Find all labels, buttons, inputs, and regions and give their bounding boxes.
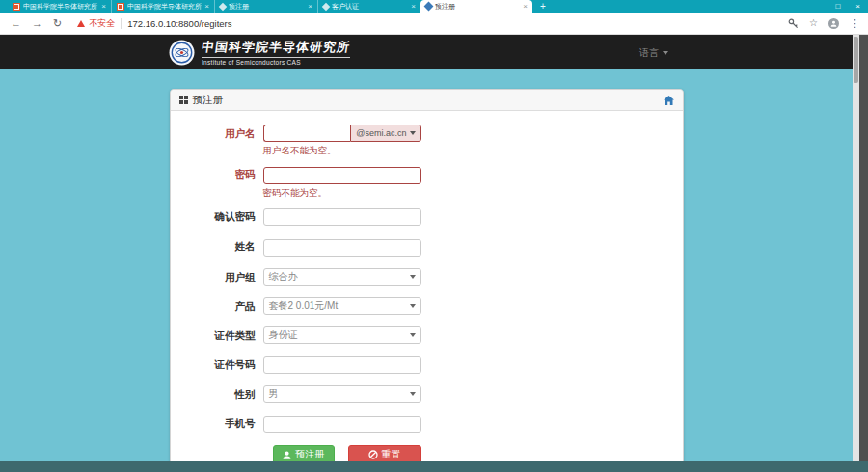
id-number-label: 证件号码 [178,355,263,375]
window-right-edge [859,35,868,461]
tab-title: 中国科学院半导体研究所 入网注 [127,2,202,12]
form-row-id-number: 证件号码 [178,355,683,375]
bottom-strip [0,461,868,472]
back-icon[interactable]: ← [11,18,21,29]
grid-icon [179,96,188,104]
site-title: 中国科学院半导体研究所 [201,39,352,56]
reset-button[interactable]: 重置 [348,445,421,462]
close-window-button[interactable]: × [855,2,860,11]
password-input[interactable] [263,167,421,184]
form-row-product: 产品 套餐2 0.01元/Mt [178,297,683,315]
browser-tab-bar: 中国科学院半导体研究所 入网注 × 中国科学院半导体研究所 入网注 × 预注册 … [0,0,868,13]
tab-title: 客户认证 [332,2,408,12]
scrollbar-thumb[interactable] [854,37,858,83]
user-group-value: 综合办 [269,270,298,284]
password-error: 密码不能为空。 [263,187,421,200]
reset-button-label: 重置 [382,448,401,461]
browser-address-bar: ← → ↻ 不安全 172.16.0.10:8800/regiters ☆ ⋮ [0,13,868,35]
security-warning-label: 不安全 [89,17,115,30]
id-type-value: 身份证 [269,328,298,342]
page-favicon [424,2,434,12]
url-text[interactable]: 172.16.0.10:8800/regiters [127,18,231,29]
tab-close-icon[interactable]: × [204,0,209,13]
institute-favicon [13,3,20,11]
user-group-label: 用户组 [178,268,263,286]
form-buttons: 预注册 重置 [273,445,683,462]
form-row-id-type: 证件类型 身份证 [178,326,683,344]
confirm-password-input[interactable] [263,208,421,226]
reload-icon[interactable]: ↻ [53,18,62,29]
tab-close-icon[interactable]: × [523,0,528,13]
product-value: 套餐2 0.01元/Mt [269,299,339,313]
institute-logo [169,40,195,66]
form-row-phone: 手机号 [178,414,683,433]
preregister-button[interactable]: 预注册 [273,445,335,462]
window-controls: □ × [835,0,860,13]
form-row-username: 用户名 @semi.ac.cn 用户名不能为空。 [178,125,683,157]
gender-value: 男 [269,387,279,401]
id-type-label: 证件类型 [178,326,263,344]
tab-title: 预注册 [229,2,305,12]
tab-preregister-active[interactable]: 预注册 × [420,0,532,13]
tab-customer-auth[interactable]: 客户认证 × [317,0,420,13]
browser-menu-icon[interactable]: ⋮ [850,18,860,29]
chevron-down-icon [663,51,668,55]
gender-select[interactable]: 男 [263,385,421,403]
new-tab-button[interactable]: + [540,0,546,13]
email-domain-value: @semi.ac.cn [356,128,406,138]
confirm-password-label: 确认密码 [178,208,263,227]
tab-close-icon[interactable]: × [101,0,106,13]
tab-close-icon[interactable]: × [308,0,312,13]
site-subtitle: Institute of Semiconductors CAS [202,57,350,66]
forward-icon[interactable]: → [32,18,42,29]
username-error: 用户名不能为空。 [263,145,421,157]
page-favicon [219,2,227,10]
chip-divider [121,18,122,29]
ban-icon [368,450,378,459]
home-icon[interactable] [664,96,674,105]
phone-input[interactable] [263,416,421,433]
maximize-button[interactable]: □ [835,2,840,11]
tab-title: 中国科学院半导体研究所 入网注 [23,2,98,12]
warning-icon [77,20,85,27]
chevron-down-icon [410,275,416,279]
product-label: 产品 [178,297,263,315]
user-group-select[interactable]: 综合办 [263,268,421,286]
id-type-select[interactable]: 身份证 [263,326,421,344]
id-number-input[interactable] [263,356,421,374]
key-icon[interactable] [788,18,799,29]
chevron-down-icon [410,304,416,308]
username-input[interactable] [263,125,351,142]
tab-institute-2[interactable]: 中国科学院半导体研究所 入网注 × [111,0,214,13]
chevron-down-icon [410,333,416,337]
avatar-person-icon [830,20,837,27]
page-favicon [322,2,330,10]
language-menu[interactable]: 语言 [639,46,668,60]
language-menu-label: 语言 [639,46,659,60]
security-chip[interactable]: 不安全 172.16.0.10:8800/regiters [77,17,231,30]
form-row-name: 姓名 [178,237,683,257]
site-header: 中国科学院半导体研究所 Institute of Semiconductors … [0,35,853,69]
email-domain-select[interactable]: @semi.ac.cn [350,125,420,142]
bookmark-star-icon[interactable]: ☆ [809,18,818,28]
tab-title: 预注册 [435,2,520,12]
page-scrollbar[interactable] [853,35,859,461]
phone-label: 手机号 [178,414,263,433]
product-select[interactable]: 套餐2 0.01元/Mt [263,297,421,315]
tab-preregister-1[interactable]: 预注册 × [214,0,317,13]
name-label: 姓名 [178,237,263,257]
form-row-confirm-password: 确认密码 [178,208,683,227]
chevron-down-icon [410,131,416,135]
tab-institute-1[interactable]: 中国科学院半导体研究所 入网注 × [8,0,111,13]
form-row-user-group: 用户组 综合办 [178,268,683,286]
gender-label: 性别 [178,385,263,403]
tab-close-icon[interactable]: × [411,0,416,13]
name-input[interactable] [263,239,421,257]
password-label: 密码 [178,165,263,200]
institute-favicon [117,3,124,11]
form-row-gender: 性别 男 [178,385,683,403]
user-icon [283,451,291,459]
profile-avatar[interactable] [828,18,839,29]
register-form: 用户名 @semi.ac.cn 用户名不能为空。 密码 密 [171,111,683,461]
brand: 中国科学院半导体研究所 Institute of Semiconductors … [169,39,350,66]
